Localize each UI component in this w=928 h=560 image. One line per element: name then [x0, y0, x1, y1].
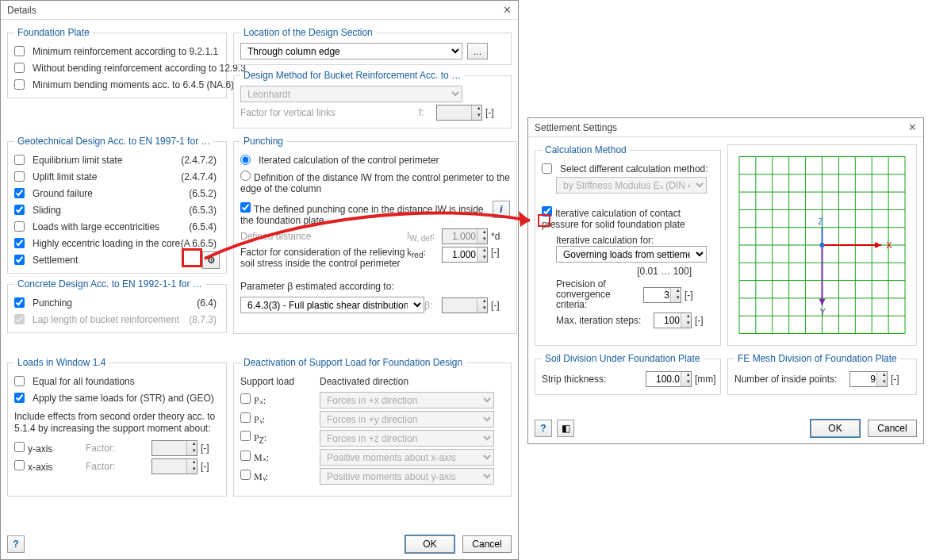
location-more-button[interactable]: … — [467, 43, 488, 59]
location-select[interactable]: Through column edge — [240, 43, 462, 59]
geo-check-2[interactable]: Ground failure — [14, 188, 93, 199]
fe-mesh-legend: FE Mesh Division of Foundation Plate — [734, 353, 900, 364]
select-diff-method-check[interactable]: Select different calculation method: — [542, 163, 708, 175]
geo-ref-1: (2.4.7.4) — [181, 171, 220, 182]
design-method-select: Leonhardt — [240, 86, 462, 102]
strip-thickness-label: Strip thickness: — [542, 374, 646, 385]
beta-unit: [-] — [488, 300, 510, 311]
help-icon[interactable]: ? — [535, 420, 552, 437]
select-diff-method-label: Select different calculation method: — [560, 163, 708, 175]
geo-ref-0: (2.4.7.2) — [181, 155, 220, 166]
fe-mesh-group: FE Mesh Division of Foundation Plate Num… — [727, 353, 917, 395]
details-dialog: Details ✕ Foundation Plate Minimum reinf… — [0, 0, 519, 560]
kred-input[interactable] — [442, 247, 488, 263]
settlement-dialog: Settlement Settings ✕ Calculation Method… — [527, 117, 924, 444]
geo-check-5[interactable]: Highly eccentric loading in the core — [14, 238, 180, 249]
geo-check-4[interactable]: Loads with large eccentricities — [14, 221, 159, 232]
geo-check-3[interactable]: Sliding — [14, 205, 61, 216]
ok-button[interactable]: OK — [811, 420, 860, 437]
deact-select-0: Forces in +x direction — [320, 392, 494, 408]
fp-check-0[interactable]: Minimum reinforcement according to 9.2.1… — [14, 46, 218, 57]
inside-points-input[interactable] — [849, 371, 888, 387]
location-legend: Location of the Design Section — [240, 27, 376, 38]
svg-point-30 — [820, 243, 825, 247]
conc-check-1: Lap length of bucket reinforcement — [14, 314, 179, 325]
fp-check-1[interactable]: Without bending reinforcement according … — [14, 63, 246, 74]
factor-vertical-links-label: Factor for vertical links — [240, 107, 419, 118]
deact-check-1[interactable]: Pᵧ: — [240, 412, 320, 426]
geo-label-6: Settlement — [33, 255, 78, 266]
kred-symbol: kred: — [407, 247, 442, 259]
x-axis-check[interactable]: x-axis — [14, 460, 86, 473]
settlement-title: Settlement Settings — [535, 122, 617, 133]
calc-method-legend: Calculation Method — [542, 144, 630, 155]
foundation-plate-legend: Foundation Plate — [14, 27, 93, 38]
apply-same-loads-check[interactable]: Apply the same loads for (STR) and (GEO) — [14, 393, 214, 404]
y-axis-check[interactable]: y-axis — [14, 442, 86, 455]
equal-foundations-label: Equal for all foundations — [33, 376, 135, 387]
svg-text:Y: Y — [820, 307, 826, 316]
diagram-area: X Y Z — [727, 144, 917, 346]
conc-check-0[interactable]: Punching — [14, 297, 72, 309]
y-factor-input — [151, 440, 197, 456]
deact-p-1: Pᵧ: — [254, 414, 265, 425]
geo-legend: Geotechnical Design Acc. to EN 1997-1 fo… — [14, 136, 213, 147]
iterative-contact-check[interactable]: Iterative calculation of contact pressur… — [542, 205, 714, 230]
max-iter-label: Max. iteration steps: — [556, 315, 654, 326]
geo-label-1: Uplift limit state — [33, 171, 97, 182]
deact-p-4: Mᵧ: — [254, 471, 268, 482]
factor-label-y: Factor: — [86, 443, 124, 454]
defined-cone-check[interactable]: The defined punching cone in the distanc… — [240, 201, 493, 226]
conc-label-0: Punching — [33, 297, 72, 309]
support-load-header: Support load — [240, 376, 320, 387]
geo-check-0[interactable]: Equilibrium limit state — [14, 155, 122, 166]
fp-check-2[interactable]: Minimum bending moments acc. to 6.4.5 (N… — [14, 79, 234, 90]
inside-points-unit: [-] — [888, 374, 910, 385]
param-beta-label: Parameter β estimated according to: — [240, 281, 394, 292]
location-group: Location of the Design Section Through c… — [233, 27, 512, 65]
highlight-target — [538, 214, 550, 227]
f-symbol: f: — [419, 107, 436, 118]
concrete-legend: Concrete Design Acc. to EN 1992-1-1 for … — [14, 278, 205, 290]
svg-text:Z: Z — [819, 217, 824, 226]
cancel-button[interactable]: Cancel — [462, 535, 512, 553]
f-unit: [-] — [482, 107, 504, 118]
deact-check-3[interactable]: Mₓ: — [240, 451, 320, 464]
close-icon[interactable]: ✕ — [908, 121, 917, 133]
fe-mesh-diagram: X Y Z — [731, 148, 913, 342]
governing-loads-select[interactable]: Governing loads from settlement — [556, 246, 707, 263]
ok-button[interactable]: OK — [405, 535, 454, 553]
precision-input[interactable] — [643, 287, 681, 303]
info-icon[interactable]: i — [493, 201, 510, 218]
cancel-button[interactable]: Cancel — [868, 420, 917, 437]
deact-check-4[interactable]: Mᵧ: — [240, 470, 320, 483]
y-axis-label: y-axis — [28, 443, 52, 455]
svg-marker-26 — [819, 299, 826, 305]
geo-ref-3: (6.5.3) — [189, 205, 220, 216]
deact-select-4: Positive moments about y-axis — [320, 468, 494, 485]
param-beta-select[interactable]: 6.4.3(3) - Full plastic shear distributi… — [240, 297, 424, 313]
strip-thickness-input[interactable] — [646, 371, 692, 387]
design-method-group: Design Method for Bucket Reinforcement A… — [233, 70, 512, 128]
definition-radio[interactable]: Definition of the distance lW from the c… — [240, 168, 510, 194]
iterative-for-label: Iterative calculation for: — [542, 235, 714, 246]
deact-check-0[interactable]: Pₓ: — [240, 393, 320, 407]
conc-label-1: Lap length of bucket reinforcement — [33, 314, 179, 325]
geo-check-1[interactable]: Uplift limit state — [14, 171, 97, 182]
geo-check-6[interactable]: Settlement — [14, 255, 78, 266]
units-icon[interactable]: ◧ — [557, 420, 574, 437]
close-icon[interactable]: ✕ — [503, 4, 512, 16]
settlement-settings-button[interactable]: ⚙ — [202, 251, 220, 269]
help-icon[interactable]: ? — [7, 535, 25, 553]
precision-label: Precision of convergence criteria: — [556, 279, 643, 310]
deact-check-2[interactable]: PZ: — [240, 431, 320, 445]
iterated-radio[interactable]: Iterated calculation of the control peri… — [240, 155, 439, 166]
lw-unit: *d — [488, 231, 510, 242]
max-iter-input[interactable] — [654, 313, 692, 328]
geo-label-2: Ground failure — [33, 188, 93, 199]
defined-distance-label: Defined distance — [240, 231, 407, 242]
deact-select-2: Forces in +z direction — [320, 430, 494, 447]
settlement-titlebar: Settlement Settings ✕ — [528, 118, 923, 137]
include-second-order-label: Include effects from second order theory… — [14, 411, 220, 435]
equal-foundations-check[interactable]: Equal for all foundations — [14, 376, 135, 387]
